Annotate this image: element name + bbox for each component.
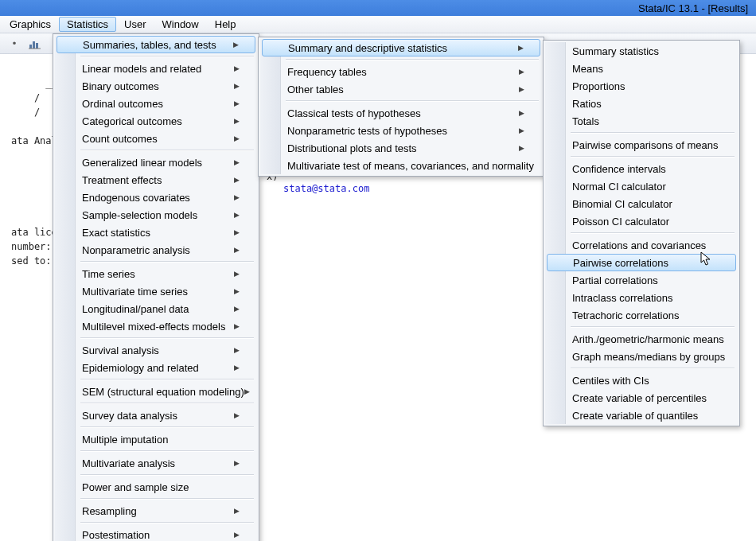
menu-item-label: Frequency tables: [287, 66, 367, 78]
menu-separator: [80, 522, 254, 523]
summary-stats-submenu-item[interactable]: Ratios: [545, 95, 738, 112]
submenu-arrow-icon: ▶: [244, 387, 250, 395]
submenu-arrow-icon: ▶: [234, 211, 240, 219]
submenu-arrow-icon: ▶: [519, 109, 524, 117]
menu-help[interactable]: Help: [207, 17, 244, 32]
summary-stats-submenu-item[interactable]: Normal CI calculator: [545, 177, 738, 195]
statistics-menu-item[interactable]: Time series▶: [55, 265, 257, 282]
summaries-submenu-item[interactable]: Classical tests of hypotheses▶: [260, 104, 542, 122]
submenu-arrow-icon: ▶: [234, 134, 240, 142]
text-fragment: sed to:: [0, 254, 52, 268]
statistics-menu-item[interactable]: Survey data analysis▶: [55, 407, 257, 424]
statistics-menu-item[interactable]: Endogenous covariates▶: [55, 189, 257, 206]
statistics-menu-item[interactable]: Treatment effects▶: [55, 171, 257, 189]
statistics-menu-item[interactable]: Nonparametric analysis▶: [55, 241, 257, 259]
menu-item-label: Pairwise comparisons of means: [572, 139, 719, 151]
summary-stats-submenu-item[interactable]: Pairwise comparisons of means: [545, 136, 738, 154]
summary-stats-submenu-item[interactable]: Centiles with CIs: [545, 372, 738, 389]
statistics-menu-item[interactable]: Longitudinal/panel data▶: [55, 300, 257, 317]
summary-stats-submenu-item[interactable]: Intraclass correlations: [545, 289, 738, 306]
submenu-arrow-icon: ▶: [234, 459, 240, 467]
statistics-menu-item[interactable]: Multivariate time series▶: [55, 282, 257, 300]
menu-separator: [80, 150, 254, 151]
text-fragment: ata Anal: [11, 135, 57, 146]
menu-item-label: Categorical outcomes: [82, 115, 182, 127]
statistics-menu-item[interactable]: Postestimation▶: [55, 526, 257, 541]
statistics-menu-item[interactable]: Categorical outcomes▶: [55, 112, 257, 130]
submenu-arrow-icon: ▶: [234, 117, 240, 125]
summaries-submenu-item[interactable]: Distributional plots and tests▶: [260, 139, 542, 157]
summary-stats-submenu-item[interactable]: Confidence intervals: [545, 160, 738, 177]
statistics-menu-item[interactable]: Multilevel mixed-effects models▶: [55, 317, 257, 335]
menu-separator: [571, 368, 735, 369]
menu-statistics[interactable]: Statistics: [59, 17, 116, 32]
summary-stats-submenu-item[interactable]: Create variable of percentiles: [545, 389, 738, 407]
menu-item-label: Exact statistics: [82, 227, 150, 239]
summary-stats-submenu-item[interactable]: Proportions: [545, 77, 738, 95]
submenu-arrow-icon: ▶: [234, 270, 240, 278]
menu-item-label: Summary and descriptive statistics: [288, 42, 447, 54]
menu-item-label: Count outcomes: [82, 133, 158, 145]
menu-item-label: Generalized linear models: [82, 157, 202, 169]
menu-item-label: Distributional plots and tests: [287, 142, 417, 154]
statistics-menu-item[interactable]: Count outcomes▶: [55, 130, 257, 147]
summary-stats-submenu-item[interactable]: Create variable of quantiles: [545, 407, 738, 424]
summary-stats-submenu-item[interactable]: Graph means/medians by groups: [545, 348, 738, 365]
statistics-menu-item[interactable]: Summaries, tables, and tests▶: [57, 36, 255, 53]
menu-item-label: Resampling: [82, 505, 137, 517]
statistics-menu-item[interactable]: Multivariate analysis▶: [55, 454, 257, 472]
statistics-menu-item[interactable]: Resampling▶: [55, 502, 257, 520]
menu-item-label: Linear models and related: [82, 63, 201, 75]
statistics-menu-item[interactable]: Sample-selection models▶: [55, 206, 257, 224]
statistics-menu-item[interactable]: Ordinal outcomes▶: [55, 95, 257, 112]
summary-stats-submenu-item[interactable]: Arith./geometric/harmonic means: [545, 330, 738, 348]
statistics-menu-item[interactable]: Epidemiology and related▶: [55, 359, 257, 376]
statistics-menu-item[interactable]: Power and sample size: [55, 478, 257, 496]
menu-window[interactable]: Window: [154, 17, 207, 32]
summary-stats-submenu-item[interactable]: Partial correlations: [545, 271, 738, 289]
statistics-menu-item[interactable]: Linear models and related▶: [55, 60, 257, 77]
summaries-submenu-item[interactable]: Other tables▶: [260, 80, 542, 98]
menu-item-label: Summaries, tables, and tests: [83, 39, 216, 51]
menu-item-label: Treatment effects: [82, 174, 162, 186]
menu-item-label: Multivariate time series: [82, 286, 188, 298]
summary-stats-submenu-item[interactable]: Means: [545, 60, 738, 77]
submenu-arrow-icon: ▶: [234, 193, 240, 201]
menu-item-label: Proportions: [572, 80, 625, 92]
menu-user[interactable]: User: [116, 17, 154, 32]
menu-item-label: Intraclass correlations: [572, 292, 672, 304]
statistics-menu-item[interactable]: Exact statistics▶: [55, 224, 257, 241]
statistics-menu-item[interactable]: Binary outcomes▶: [55, 77, 257, 95]
submenu-arrow-icon: ▶: [233, 41, 239, 49]
summaries-submenu-item[interactable]: Nonparametric tests of hypotheses▶: [260, 122, 542, 139]
submenu-arrow-icon: ▶: [234, 228, 240, 236]
summary-stats-submenu-item[interactable]: Binomial CI calculator: [545, 195, 738, 212]
menu-item-label: Arith./geometric/harmonic means: [572, 333, 724, 345]
summaries-submenu-item[interactable]: Multivariate test of means, covariances,…: [260, 157, 542, 174]
statistics-menu-item[interactable]: SEM (structural equation modeling)▶: [55, 383, 257, 400]
statistics-menu-item[interactable]: Generalized linear models▶: [55, 154, 257, 171]
menu-item-label: Graph means/medians by groups: [572, 351, 725, 363]
text-fragment: ata lice: [0, 225, 57, 239]
summary-stats-submenu-item[interactable]: Totals: [545, 112, 738, 130]
summary-stats-submenu-item[interactable]: Pairwise correlations: [547, 254, 736, 271]
submenu-arrow-icon: ▶: [234, 364, 240, 372]
menu-item-label: Binomial CI calculator: [572, 198, 672, 210]
summary-stats-submenu-item[interactable]: Summary statistics: [545, 42, 738, 60]
summaries-submenu-item[interactable]: Summary and descriptive statistics▶: [262, 39, 540, 56]
summary-stats-submenu-item[interactable]: Correlations and covariances: [545, 236, 738, 254]
statistics-menu-item[interactable]: Survival analysis▶: [55, 341, 257, 359]
summaries-submenu-item[interactable]: Frequency tables▶: [260, 63, 542, 80]
submenu-arrow-icon: ▶: [234, 246, 240, 254]
menu-graphics[interactable]: Graphics: [2, 17, 59, 32]
support-email-link[interactable]: stata@stata.com: [283, 181, 369, 196]
bar-chart-icon[interactable]: [27, 36, 43, 52]
summary-stats-submenu-item[interactable]: Tetrachoric correlations: [545, 306, 738, 324]
summary-stats-submenu-item[interactable]: Poisson CI calculator: [545, 212, 738, 230]
statistics-menu-item[interactable]: Multiple imputation: [55, 430, 257, 448]
menu-separator: [80, 337, 254, 339]
menu-item-label: Correlations and covariances: [572, 239, 706, 251]
dot-icon[interactable]: •: [6, 36, 22, 52]
submenu-arrow-icon: ▶: [518, 44, 524, 52]
menu-separator: [80, 261, 254, 263]
